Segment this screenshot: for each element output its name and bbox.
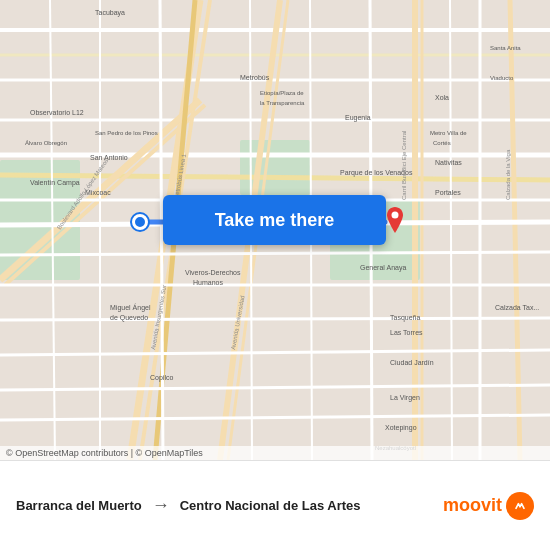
svg-text:Copilco: Copilco bbox=[150, 374, 173, 382]
moovit-logo: moovit bbox=[443, 492, 534, 520]
svg-text:Valentín Campa: Valentín Campa bbox=[30, 179, 80, 187]
svg-text:Viaducto: Viaducto bbox=[490, 75, 514, 81]
moovit-icon bbox=[506, 492, 534, 520]
bottom-bar: Barranca del Muerto → Centro Nacional de… bbox=[0, 460, 550, 550]
svg-text:Santa Anita: Santa Anita bbox=[490, 45, 521, 51]
svg-text:Álvaro Obregón: Álvaro Obregón bbox=[25, 140, 67, 146]
svg-text:Cortés: Cortés bbox=[433, 140, 451, 146]
svg-text:Miguel Ángel: Miguel Ángel bbox=[110, 303, 151, 312]
origin-label: Barranca del Muerto bbox=[16, 498, 142, 513]
svg-text:La Virgen: La Virgen bbox=[390, 394, 420, 402]
svg-text:Tacubaya: Tacubaya bbox=[95, 9, 125, 17]
svg-text:Metrobús: Metrobús bbox=[240, 74, 270, 81]
svg-text:Calzada de la Viga: Calzada de la Viga bbox=[505, 149, 511, 200]
origin-marker bbox=[132, 214, 148, 230]
svg-text:Viveros-Derechos: Viveros-Derechos bbox=[185, 269, 241, 276]
svg-text:Etiopía/Plaza de: Etiopía/Plaza de bbox=[260, 90, 304, 96]
svg-line-24 bbox=[0, 318, 550, 320]
svg-text:la Transparencia: la Transparencia bbox=[260, 100, 305, 106]
svg-text:Ciudad Jardín: Ciudad Jardín bbox=[390, 359, 434, 366]
destination-label: Centro Nacional de Las Artes bbox=[180, 498, 361, 513]
svg-text:Humanos: Humanos bbox=[193, 279, 223, 286]
svg-text:Xotepingo: Xotepingo bbox=[385, 424, 417, 432]
svg-text:Metro Villa de: Metro Villa de bbox=[430, 130, 467, 136]
svg-text:Observatorio L12: Observatorio L12 bbox=[30, 109, 84, 116]
svg-text:Portales: Portales bbox=[435, 189, 461, 196]
route-info: Barranca del Muerto → Centro Nacional de… bbox=[16, 495, 443, 516]
svg-text:Tasqueña: Tasqueña bbox=[390, 314, 420, 322]
map-attribution: © OpenStreetMap contributors | © OpenMap… bbox=[0, 446, 550, 460]
svg-text:de Quevedo: de Quevedo bbox=[110, 314, 148, 322]
moovit-text: moovit bbox=[443, 495, 502, 516]
take-me-there-button[interactable]: Take me there bbox=[163, 195, 386, 245]
svg-text:San Pedro de los Pinos: San Pedro de los Pinos bbox=[95, 130, 158, 136]
destination-marker bbox=[383, 207, 407, 237]
map-container: Observatorio L12 Álvaro Obregón San Pedr… bbox=[0, 0, 550, 460]
svg-text:Nativitas: Nativitas bbox=[435, 159, 462, 166]
svg-text:Carril Bus-Bici Eje Central: Carril Bus-Bici Eje Central bbox=[401, 131, 407, 200]
svg-point-74 bbox=[392, 212, 399, 219]
svg-text:Xola: Xola bbox=[435, 94, 449, 101]
svg-text:Las Torres: Las Torres bbox=[390, 329, 423, 336]
svg-text:General Anaya: General Anaya bbox=[360, 264, 406, 272]
svg-text:Calzada Tax...: Calzada Tax... bbox=[495, 304, 539, 311]
route-arrow: → bbox=[152, 495, 170, 516]
svg-text:Eugenia: Eugenia bbox=[345, 114, 371, 122]
svg-text:San Antonio: San Antonio bbox=[90, 154, 128, 161]
